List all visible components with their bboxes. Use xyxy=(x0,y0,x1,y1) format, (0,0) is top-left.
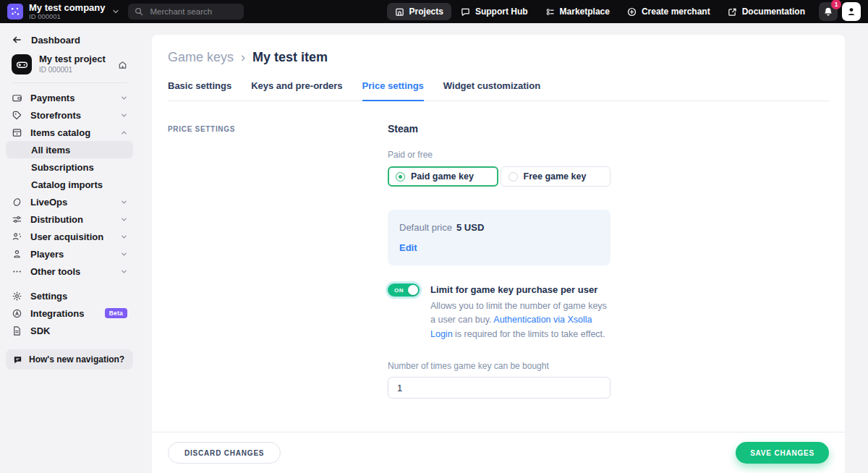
chevron-down-icon[interactable] xyxy=(112,8,119,15)
top-navigation: Projects Support Hub Marketplace Create … xyxy=(387,3,813,20)
sidebar-item-label: Integrations xyxy=(30,308,84,319)
radio-free-label: Free game key xyxy=(524,171,587,182)
beta-badge: Beta xyxy=(105,308,127,318)
chevron-down-icon xyxy=(121,268,127,275)
sidebar-item-payments[interactable]: Payments xyxy=(6,89,133,106)
nav-create-merchant-label: Create merchant xyxy=(642,7,710,17)
sidebar-item-sdk[interactable]: SDK xyxy=(6,322,133,339)
limit-toggle-row: ON Limit for game key purchase per user … xyxy=(388,282,610,341)
sidebar-divider xyxy=(12,82,127,83)
sidebar-item-liveops[interactable]: LiveOps xyxy=(6,193,133,210)
sidebar-subitem-label: Subscriptions xyxy=(31,162,94,173)
company-id: ID 000001 xyxy=(29,13,105,20)
section-label: PRICE SETTINGS xyxy=(168,125,388,133)
sidebar-item-label: Distribution xyxy=(30,214,83,225)
main-panel: Game keys › My test item Basic settings … xyxy=(152,35,845,473)
sidebar-subitem-label: All items xyxy=(31,145,70,155)
sidebar-item-label: LiveOps xyxy=(30,197,67,208)
page-title: My test item xyxy=(252,50,328,65)
sidebar-subitem-all-items[interactable]: All items xyxy=(6,141,133,158)
sliders-icon xyxy=(12,214,22,225)
sidebar-item-players[interactable]: Players xyxy=(6,245,133,263)
sidebar-item-settings[interactable]: Settings xyxy=(6,287,133,304)
sidebar-item-items-catalog[interactable]: Items catalog xyxy=(6,124,133,141)
save-changes-button[interactable]: SAVE CHANGES xyxy=(736,442,829,464)
project-selector[interactable]: My test project ID 000001 xyxy=(6,49,133,81)
nav-create-merchant[interactable]: Create merchant xyxy=(619,3,718,20)
radio-unselected-icon xyxy=(509,172,518,182)
project-id: ID 000001 xyxy=(39,66,106,74)
back-arrow-icon xyxy=(12,35,22,45)
sidebar-item-integrations[interactable]: Integrations Beta xyxy=(6,304,133,322)
users-icon xyxy=(12,231,22,242)
user-icon xyxy=(846,7,856,17)
chevron-down-icon xyxy=(121,112,127,119)
sidebar-item-label: Other tools xyxy=(30,266,80,277)
back-to-dashboard[interactable]: Dashboard xyxy=(6,30,133,49)
sidebar-item-label: Settings xyxy=(30,291,67,302)
edit-price-link[interactable]: Edit xyxy=(399,242,599,253)
breadcrumb: Game keys › My test item xyxy=(168,35,829,65)
marketplace-icon xyxy=(545,7,555,17)
sidebar-subitem-catalog-imports[interactable]: Catalog imports xyxy=(6,176,133,193)
sidebar-item-other-tools[interactable]: Other tools xyxy=(6,263,133,280)
chevron-down-icon xyxy=(121,199,127,205)
discard-changes-button[interactable]: DISCARD CHANGES xyxy=(168,442,281,464)
form-footer: DISCARD CHANGES SAVE CHANGES xyxy=(152,432,845,473)
back-label: Dashboard xyxy=(31,35,80,46)
project-name: My test project xyxy=(39,54,106,65)
sidebar-item-storefronts[interactable]: Storefronts xyxy=(6,106,133,124)
radio-paid-game-key[interactable]: Paid game key xyxy=(388,166,498,187)
integrations-icon xyxy=(12,308,22,319)
nav-support-hub[interactable]: Support Hub xyxy=(453,3,536,20)
notifications-button[interactable]: 1 xyxy=(819,2,838,21)
sidebar-item-label: Storefronts xyxy=(30,110,81,121)
platform-title: Steam xyxy=(388,123,610,135)
topbar: My test company ID 000001 Projects Suppo… xyxy=(0,0,868,23)
sidebar-item-label: SDK xyxy=(30,325,50,336)
limit-description: Allows you to limit the number of game k… xyxy=(430,299,610,341)
gear-icon xyxy=(12,291,22,302)
account-button[interactable] xyxy=(842,2,861,21)
number-of-times-label: Number of times game key can be bought xyxy=(388,361,610,371)
support-chat-icon xyxy=(461,7,470,17)
number-of-times-input[interactable] xyxy=(388,377,610,399)
person-icon xyxy=(12,249,22,260)
xsolla-logo-icon[interactable] xyxy=(7,4,23,20)
nav-documentation[interactable]: Documentation xyxy=(720,3,813,20)
sidebar-item-user-acquisition[interactable]: User acquisition xyxy=(6,228,133,245)
tab-keys-and-pre-orders[interactable]: Keys and pre-orders xyxy=(251,80,342,101)
price-settings-form: PRICE SETTINGS Steam Paid or free Paid g… xyxy=(168,101,829,399)
search-input[interactable] xyxy=(148,7,235,17)
sidebar-item-label: Payments xyxy=(30,93,75,103)
sidebar-subitem-subscriptions[interactable]: Subscriptions xyxy=(6,158,133,176)
merchant-search[interactable] xyxy=(128,4,244,20)
paid-or-free-label: Paid or free xyxy=(388,150,610,160)
company-switcher[interactable]: My test company ID 000001 xyxy=(29,3,105,21)
breadcrumb-game-keys[interactable]: Game keys xyxy=(168,50,234,65)
sidebar: Dashboard My test project ID 000001 Paym… xyxy=(0,23,139,473)
limit-desc-text: is required for the limits to take effec… xyxy=(453,329,605,339)
dots-icon xyxy=(12,266,22,277)
sidebar-item-label: Items catalog xyxy=(30,127,90,138)
egg-icon xyxy=(12,197,22,208)
toggle-on-label: ON xyxy=(394,287,404,294)
home-icon[interactable] xyxy=(118,60,127,69)
paid-or-free-radio-group: Paid game key Free game key xyxy=(388,166,610,187)
nav-marketplace[interactable]: Marketplace xyxy=(537,3,618,20)
search-icon xyxy=(135,7,143,16)
tab-price-settings[interactable]: Price settings xyxy=(362,80,424,101)
limit-toggle[interactable]: ON xyxy=(388,284,420,297)
chevron-down-icon xyxy=(121,251,127,257)
nav-projects[interactable]: Projects xyxy=(387,3,451,20)
tab-basic-settings[interactable]: Basic settings xyxy=(168,80,231,101)
nav-projects-label: Projects xyxy=(409,7,443,17)
nav-marketplace-label: Marketplace xyxy=(560,7,610,17)
file-icon xyxy=(12,325,22,336)
radio-selected-icon xyxy=(396,172,405,182)
new-navigation-feedback-button[interactable]: How's new navigation? xyxy=(6,349,133,370)
tab-widget-customization[interactable]: Widget customization xyxy=(443,80,540,101)
nav-support-hub-label: Support Hub xyxy=(475,7,528,17)
radio-free-game-key[interactable]: Free game key xyxy=(501,166,611,187)
sidebar-item-distribution[interactable]: Distribution xyxy=(6,210,133,228)
